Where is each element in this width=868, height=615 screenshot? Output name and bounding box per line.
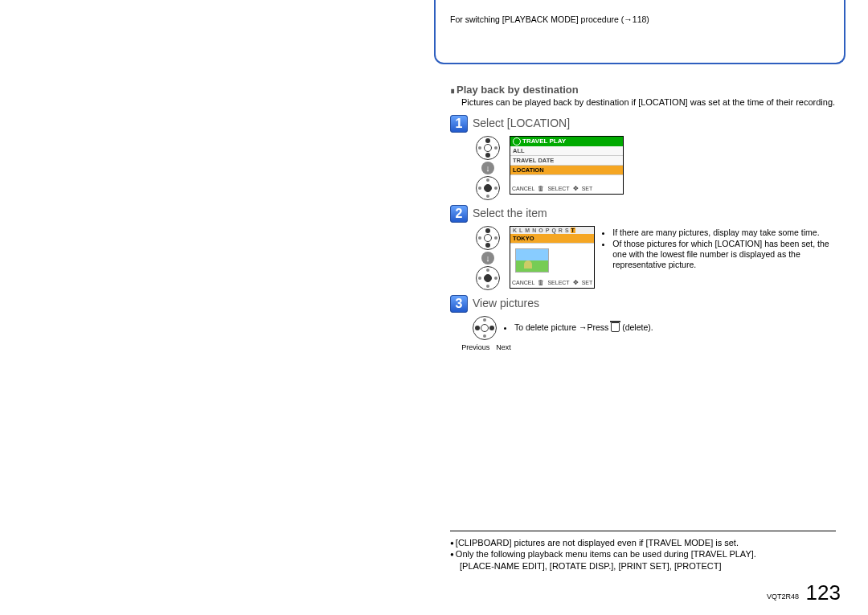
dpad-horizontal-icon [473,316,497,340]
step-3-title: View pictures [473,295,539,310]
step-2-notes: If there are many pictures, display may … [601,228,836,272]
step-3: 3 View pictures [450,295,836,313]
alpha-k: K [512,228,518,233]
intro-text: Pictures can be played back by destinati… [461,97,836,109]
alpha-row: K L M N O P Q R S T [510,227,594,234]
alpha-l: L [518,228,523,233]
foot-notes: [CLIPBOARD] pictures are not displayed e… [450,537,836,572]
select-label: SELECT [547,186,569,191]
globe-icon [513,137,521,146]
dpad-small-icon: ✥ [573,279,579,286]
step-1-body: ↓ TRAVEL PLAY ALL TRAVEL DATE LOCATION C… [473,136,836,200]
alpha-o: O [538,228,543,233]
note-representative: Of those pictures for which [LOCATION] h… [612,239,836,270]
control-col-2: ↓ [473,226,503,290]
alpha-s: S [564,228,570,233]
note-delete: To delete picture →Press (delete). [514,322,653,333]
screen-header: TRAVEL PLAY [510,137,623,146]
info-frame: For switching [PLAYBACK MODE] procedure … [434,0,845,64]
dpad-small-icon: ✥ [573,185,579,192]
page-number: 123 [806,580,841,605]
prev-next-labels: Previous Next [462,343,510,351]
screen-footer: CANCEL🗑 SELECT✥ SET [510,183,623,194]
footnote-menu-list: [PLACE-NAME EDIT], [ROTATE DISP.], [PRIN… [460,560,836,572]
delete-text-a: To delete picture →Press [514,322,611,332]
location-tokyo: TOKYO [510,234,594,244]
step-1: 1 Select [LOCATION] [450,115,836,133]
alpha-p: P [545,228,551,233]
control-col-3 [473,316,497,340]
cancel-label: CANCEL [512,280,534,285]
alpha-m: M [524,228,530,233]
dpad-vertical-icon [476,226,500,250]
screen-header-text: TRAVEL PLAY [522,137,566,145]
doc-code: VQT2R48 [767,592,799,601]
alpha-n: N [531,228,537,233]
delete-text-b: (delete). [620,322,653,332]
section-heading: Play back by destination [450,84,836,96]
previous-label: Previous [461,343,489,351]
cancel-label: CANCEL [512,186,534,191]
dpad-center-icon [476,266,500,290]
divider [450,531,836,531]
alpha-t: T [571,228,575,233]
step-3-body: To delete picture →Press (delete). [473,316,836,340]
alpha-q: Q [551,228,556,233]
down-arrow-icon: ↓ [481,252,494,264]
footnote-clipboard: [CLIPBOARD] pictures are not displayed e… [450,537,836,548]
main-content: Play back by destination Pictures can be… [450,80,836,351]
menu-travel-date: TRAVEL DATE [510,156,623,166]
screen2-footer: CANCEL🗑 SELECT✥ SET [510,277,594,288]
next-label: Next [496,343,511,351]
footnote-menu-items: Only the following playback menu items c… [450,548,836,560]
step-number-1: 1 [450,115,468,133]
step-2-body: ↓ K L M N O P Q R S T TOKYO [473,226,836,290]
screen-travel-play: TRAVEL PLAY ALL TRAVEL DATE LOCATION CAN… [510,136,624,195]
step-2: 2 Select the item [450,205,836,223]
alpha-r: R [558,228,563,233]
set-label: SET [582,186,593,191]
step-3-notes: To delete picture →Press (delete). [503,322,653,334]
menu-all: ALL [510,146,623,156]
switch-note: For switching [PLAYBACK MODE] procedure … [436,14,844,24]
dpad-vertical-icon [476,136,500,160]
note-delay: If there are many pictures, display may … [612,228,836,238]
down-arrow-icon: ↓ [481,162,494,174]
step-number-3: 3 [450,295,468,313]
step-number-2: 2 [450,205,468,223]
menu-location: LOCATION [510,166,623,175]
dpad-center-icon [476,176,500,200]
trash-icon: 🗑 [538,185,544,192]
control-col-1: ↓ [473,136,503,200]
select-label: SELECT [547,280,569,285]
step-1-title: Select [LOCATION] [473,115,570,129]
set-label: SET [582,280,593,285]
thumbnail-icon [515,248,549,273]
trash-icon: 🗑 [538,279,544,286]
step-2-title: Select the item [473,205,547,219]
trash-icon [611,322,620,332]
screen-location-select: K L M N O P Q R S T TOKYO CANCEL🗑 SELECT… [510,226,595,289]
